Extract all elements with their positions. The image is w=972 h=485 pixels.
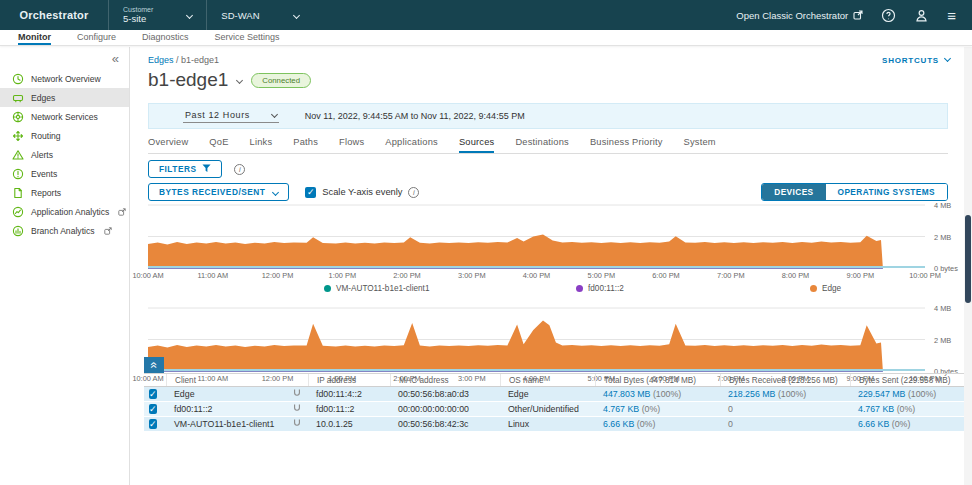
tab-destinations[interactable]: Destinations [515, 137, 569, 153]
nav-item-diagnostics[interactable]: Diagnostics [142, 32, 189, 45]
metric-dropdown-button[interactable]: BYTES RECEIVED/SENT [148, 183, 289, 201]
toggle-operating-systems[interactable]: OPERATING SYSTEMS [826, 184, 947, 200]
tab-business-priority[interactable]: Business Priority [590, 137, 663, 153]
client-cell: fd00:11::2 [166, 404, 284, 414]
filters-button[interactable]: FILTERS [148, 160, 222, 178]
row-checkbox[interactable]: ✓ [149, 389, 157, 399]
client-type-icon[interactable] [284, 418, 308, 430]
chevron-down-icon [292, 11, 299, 18]
edge-dropdown-chevron-icon[interactable] [236, 76, 243, 83]
application-analytics-icon [12, 206, 24, 218]
column-header[interactable]: Bytes Sent (229.558 MB) [850, 374, 965, 386]
sidebar-item-network-services[interactable]: Network Services [0, 107, 129, 126]
scale-y-axis-checkbox[interactable]: ✓ [305, 187, 316, 198]
sidebar-item-branch-analytics[interactable]: Branch Analytics [0, 221, 129, 240]
sidebar-item-routing[interactable]: Routing [0, 126, 129, 145]
nav-item-monitor[interactable]: Monitor [18, 32, 51, 45]
legend-dot-icon [576, 285, 583, 292]
sidebar-item-edges[interactable]: Edges [0, 88, 129, 107]
ip-cell: 10.0.1.25 [308, 419, 390, 429]
tab-applications[interactable]: Applications [385, 137, 438, 153]
customer-selector[interactable]: Customer 5-site [108, 0, 206, 30]
bytes-received-cell: 0 [720, 419, 850, 429]
bytes-sent-cell: 4.767 KB (0%) [850, 404, 965, 414]
table-row: ✓fd00:11::2fd00:11::200:00:00:00:00:00Ot… [144, 402, 965, 417]
sidebar-item-label: Branch Analytics [31, 226, 95, 236]
x-tick-label: 4:00 PM [523, 271, 551, 280]
chevron-down-icon [272, 188, 279, 195]
y-tick-label: 2 MB [934, 336, 951, 345]
filters-info-icon[interactable]: i [234, 164, 245, 175]
legend-item-fd00-11-2[interactable]: fd00:11::2 [576, 284, 624, 293]
product-selector[interactable]: SD-WAN [206, 0, 312, 30]
y-tick-label: 4 MB [934, 201, 951, 210]
sidebar-item-alerts[interactable]: Alerts [0, 145, 129, 164]
bytes-received-cell: 0 [720, 404, 850, 414]
breadcrumb-edges-link[interactable]: Edges [148, 55, 174, 65]
menu-icon[interactable]: ≡ [947, 8, 956, 23]
user-icon[interactable] [914, 8, 929, 23]
toggle-devices[interactable]: DEVICES [762, 184, 825, 200]
row-checkbox[interactable]: ✓ [149, 404, 157, 414]
bytes-sent-cell: 6.66 KB (0%) [850, 419, 965, 429]
shortcuts-menu[interactable]: SHORTCUTS [882, 56, 950, 65]
collapse-sidebar-button[interactable]: « [112, 51, 119, 66]
column-header[interactable]: MAC address [390, 374, 500, 386]
nav-item-service-settings[interactable]: Service Settings [215, 32, 280, 45]
open-classic-orchestrator-link[interactable]: Open Classic Orchestrator [736, 10, 863, 21]
help-icon[interactable] [881, 8, 896, 23]
time-range-text: Nov 11, 2022, 9:44:55 AM to Nov 11, 2022… [305, 111, 525, 121]
scrollbar-thumb[interactable] [965, 215, 971, 303]
nav-item-configure[interactable]: Configure [77, 32, 116, 45]
column-header[interactable]: IP address [308, 374, 390, 386]
expand-table-button[interactable]: « [144, 357, 164, 373]
legend-item-vm-auto11-b1e1-client1[interactable]: VM-AUTO11-b1e1-client1 [324, 284, 429, 293]
tab-paths[interactable]: Paths [293, 137, 318, 153]
edges-icon [12, 92, 24, 104]
client-type-icon[interactable] [284, 388, 308, 400]
select-column-header [144, 374, 166, 386]
time-range-bar: Past 12 Hours Nov 11, 2022, 9:44:55 AM t… [148, 103, 948, 129]
column-header[interactable]: Total Bytes (447.814 MB) [595, 374, 720, 386]
sent-plot-area[interactable] [148, 308, 925, 371]
client-type-icon[interactable] [284, 403, 308, 415]
column-header[interactable]: Client [166, 374, 308, 386]
view-toggle: DEVICESOPERATING SYSTEMS [761, 183, 948, 201]
chevron-down-icon [271, 111, 278, 118]
total-bytes-cell: 447.803 MB (100%) [595, 389, 720, 399]
legend-item-edge[interactable]: Edge [810, 284, 841, 293]
x-tick-label: 10:00 AM [132, 271, 163, 280]
column-header[interactable]: OS name [500, 374, 595, 386]
page-scrollbar [964, 47, 972, 485]
app-window: Orchestrator Customer 5-site SD-WAN Open… [0, 0, 972, 485]
time-range-dropdown[interactable]: Past 12 Hours [183, 110, 279, 123]
y-tick-label: 4 MB [934, 304, 951, 313]
tab-links[interactable]: Links [250, 137, 273, 153]
x-tick-label: 2:00 PM [393, 271, 421, 280]
tab-overview[interactable]: Overview [148, 137, 188, 153]
sidebar-item-application-analytics[interactable]: Application Analytics [0, 202, 129, 221]
sidebar-item-label: Application Analytics [31, 207, 109, 217]
sidebar-item-events[interactable]: Events [0, 164, 129, 183]
client-cell: Edge [166, 389, 284, 399]
clients-table: ClientIP addressMAC addressOS nameTotal … [144, 373, 965, 432]
scale-info-icon[interactable]: i [408, 187, 419, 198]
mac-cell: 00:50:56:b8:42:3c [390, 419, 500, 429]
x-tick-label: 3:00 PM [458, 271, 486, 280]
row-checkbox[interactable]: ✓ [149, 419, 157, 429]
sidebar-item-reports[interactable]: Reports [0, 183, 129, 202]
sidebar-item-network-overview[interactable]: Network Overview [0, 69, 129, 88]
legend-dot-icon [324, 285, 331, 292]
routing-icon [12, 130, 24, 142]
tab-flows[interactable]: Flows [339, 137, 364, 153]
table-header: ClientIP addressMAC addressOS nameTotal … [144, 373, 965, 387]
tab-sources[interactable]: Sources [459, 137, 495, 153]
x-tick-label: 1:00 PM [329, 271, 357, 280]
column-header[interactable]: Bytes Received (218.256 MB) [720, 374, 850, 386]
breadcrumb: Edges / b1-edge1 [148, 55, 219, 65]
received-plot-area[interactable] [148, 205, 925, 268]
tab-system[interactable]: System [684, 137, 716, 153]
tab-qoe[interactable]: QoE [209, 137, 228, 153]
customer-value: 5-site [123, 14, 153, 25]
alerts-icon [12, 149, 24, 161]
